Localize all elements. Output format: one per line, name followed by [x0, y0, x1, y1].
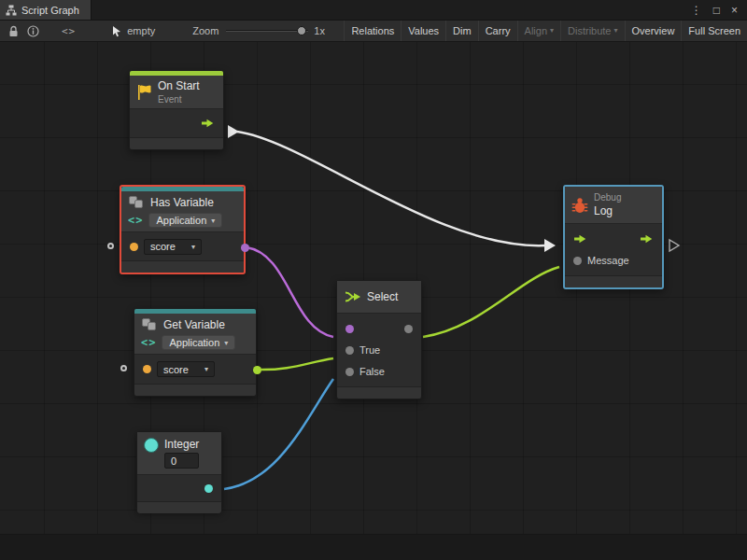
fullscreen-label: Full Screen [688, 21, 740, 41]
align-label: Align [525, 21, 547, 41]
unconnected-input-port[interactable] [107, 243, 114, 249]
bug-icon [571, 197, 588, 214]
node-title: Log [594, 204, 621, 217]
zoom-slider-track[interactable] [226, 30, 308, 32]
zoom-value: 1x [314, 25, 325, 36]
window-tab-bar: Script Graph ⋮ □ × [0, 0, 747, 21]
scope-icon: <> [141, 336, 156, 349]
carry-label: Carry [486, 21, 511, 41]
scope-value: Application [156, 215, 206, 226]
node-title: Select [367, 290, 398, 303]
value-output-port[interactable] [253, 366, 261, 374]
canvas-bottom-strip [0, 534, 747, 560]
close-icon[interactable]: × [731, 4, 738, 17]
chevron-down-icon: ▾ [224, 339, 228, 347]
integer-value: 0 [171, 455, 176, 467]
false-port-label: False [359, 366, 385, 377]
dim-button[interactable]: Dim [445, 21, 478, 41]
variable-name-value: score [150, 241, 176, 252]
tab-title: Script Graph [21, 5, 79, 16]
tab-script-graph[interactable]: Script Graph [0, 0, 92, 20]
scope-value: Application [169, 337, 219, 348]
node-footer [130, 137, 223, 149]
node-select[interactable]: Select True False [336, 280, 422, 399]
chevron-down-icon: ▾ [211, 217, 215, 225]
flow-output-port[interactable] [201, 119, 215, 128]
graph-toolbar: <> empty Zoom 1x Relations Values Dim Ca… [0, 21, 747, 42]
dim-label: Dim [453, 21, 472, 41]
message-input-port[interactable] [573, 257, 582, 265]
node-footer [134, 384, 256, 396]
variable-name-field[interactable]: score ▾ [144, 239, 202, 255]
variable-name-field[interactable]: score ▾ [157, 361, 215, 377]
true-input-port[interactable] [345, 346, 354, 355]
flag-icon [136, 84, 152, 101]
chevron-down-icon: ▾ [550, 21, 554, 41]
node-integer[interactable]: Integer 0 [136, 431, 222, 511]
align-dropdown-button[interactable]: Align ▾ [517, 21, 560, 41]
node-debug-log[interactable]: Debug Log Message [563, 185, 664, 289]
node-on-start[interactable]: On Start Event [129, 70, 224, 150]
distribute-dropdown-button[interactable]: Distribute ▾ [560, 21, 624, 41]
scope-icon: <> [128, 214, 143, 227]
graph-icon [6, 5, 17, 16]
message-port-label: Message [587, 255, 629, 266]
node-kind: Debug [594, 192, 621, 203]
values-label: Values [408, 21, 439, 41]
relations-label: Relations [351, 21, 394, 41]
integer-icon [144, 438, 159, 453]
lock-icon[interactable] [8, 25, 19, 37]
integer-value-field[interactable]: 0 [164, 453, 199, 469]
selection-status: empty [111, 25, 155, 37]
overview-label: Overview [632, 21, 675, 41]
fullscreen-button[interactable]: Full Screen [681, 21, 747, 41]
node-title: On Start [158, 79, 200, 92]
node-subtitle: Event [158, 94, 200, 105]
node-title: Integer [164, 438, 199, 451]
bool-output-port[interactable] [241, 244, 249, 252]
distribute-label: Distribute [568, 21, 611, 41]
variables-icon [128, 195, 145, 210]
variable-scope-dropdown[interactable]: Application ▾ [148, 213, 222, 228]
unconnected-input-port[interactable] [120, 365, 127, 371]
condition-input-port[interactable] [345, 325, 354, 333]
chevron-down-icon: ▾ [191, 243, 195, 251]
selection-status-label: empty [127, 25, 155, 36]
node-title: Get Variable [163, 318, 225, 331]
node-get-variable[interactable]: Get Variable <> Application ▾ score ▾ [134, 308, 257, 397]
values-button[interactable]: Values [401, 21, 445, 41]
integer-output-port[interactable] [204, 484, 213, 493]
variable-name-value: score [163, 364, 189, 375]
selection-output-port[interactable] [404, 325, 413, 333]
zoom-slider-handle[interactable] [297, 26, 306, 35]
node-has-variable[interactable]: Has Variable <> Application ▾ score ▾ [120, 185, 246, 274]
zoom-label: Zoom [192, 25, 218, 36]
relations-button[interactable]: Relations [344, 21, 401, 41]
node-footer [121, 260, 244, 273]
false-input-port[interactable] [345, 368, 354, 376]
flow-output-port[interactable] [640, 234, 654, 244]
node-footer [565, 275, 662, 287]
flow-input-port[interactable] [573, 234, 587, 244]
variables-icon [141, 317, 158, 332]
maximize-icon[interactable]: □ [713, 4, 720, 17]
menu-icon[interactable]: ⋮ [691, 4, 702, 17]
chevron-down-icon: ▾ [204, 365, 208, 373]
name-input-port[interactable] [143, 365, 151, 373]
node-footer [137, 501, 221, 513]
select-icon [345, 289, 361, 304]
info-icon[interactable] [27, 25, 39, 37]
name-input-port[interactable] [130, 243, 138, 251]
cursor-icon [111, 25, 122, 37]
carry-button[interactable]: Carry [478, 21, 517, 41]
zoom-slider[interactable] [226, 25, 308, 36]
node-title: Has Variable [150, 196, 214, 209]
node-footer [337, 386, 421, 399]
edit-graph-icon[interactable]: <> [62, 25, 76, 37]
overview-button[interactable]: Overview [625, 21, 682, 41]
true-port-label: True [359, 344, 380, 356]
variable-scope-dropdown[interactable]: Application ▾ [162, 335, 235, 350]
window-controls: ⋮ □ × [682, 0, 747, 20]
chevron-down-icon: ▾ [614, 21, 618, 41]
